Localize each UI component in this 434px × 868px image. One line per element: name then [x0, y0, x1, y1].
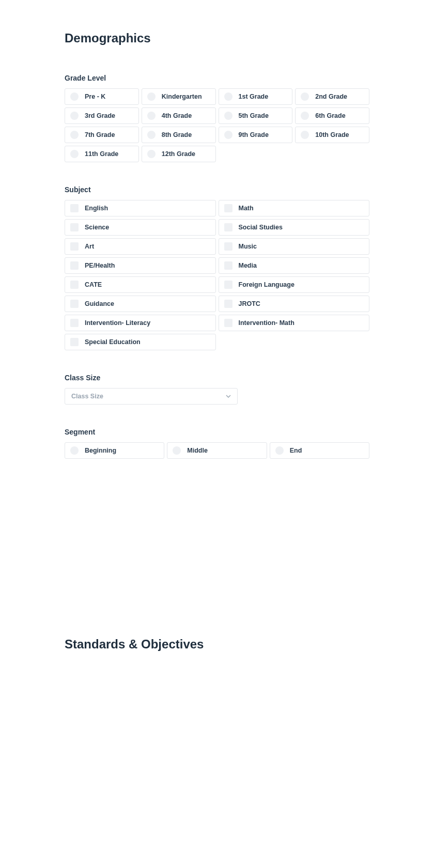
grade-option[interactable]: 8th Grade [142, 127, 216, 143]
radio-icon [70, 131, 79, 139]
radio-icon [224, 131, 233, 139]
segment-option[interactable]: End [270, 442, 369, 459]
segment-grid: BeginningMiddleEnd [65, 442, 369, 459]
checkbox-icon [224, 281, 233, 289]
grade-option[interactable]: 11th Grade [65, 146, 139, 162]
subject-option-label: Music [239, 243, 257, 250]
subject-option[interactable]: Science [65, 219, 216, 236]
radio-icon [70, 92, 79, 101]
radio-icon [70, 112, 79, 120]
radio-icon [147, 150, 156, 158]
grade-option-label: Kindergarten [162, 93, 202, 100]
checkbox-icon [70, 223, 79, 231]
segment-heading: Segment [65, 428, 369, 436]
grade-option-label: Pre - K [85, 93, 105, 100]
subject-option[interactable]: Intervention- Literacy [65, 315, 216, 331]
checkbox-icon [224, 223, 233, 231]
radio-icon [70, 150, 79, 158]
subject-option-label: English [85, 205, 108, 212]
grade-option-label: 5th Grade [239, 112, 269, 119]
radio-icon [301, 112, 309, 120]
checkbox-icon [224, 319, 233, 327]
segment-option[interactable]: Middle [167, 442, 267, 459]
subject-option[interactable]: CATE [65, 276, 216, 293]
radio-icon [224, 112, 233, 120]
checkbox-icon [70, 261, 79, 270]
grade-option[interactable]: 12th Grade [142, 146, 216, 162]
subject-option-label: Media [239, 262, 257, 269]
grade-option-label: 1st Grade [239, 93, 269, 100]
radio-icon [147, 92, 156, 101]
checkbox-icon [224, 204, 233, 212]
segment-option-label: End [290, 447, 302, 454]
radio-icon [301, 131, 309, 139]
grade-option[interactable]: 5th Grade [219, 107, 293, 124]
subject-grid: EnglishMathScienceSocial StudiesArtMusic… [65, 200, 369, 350]
class-size-section: Class Size Class Size [65, 374, 369, 405]
segment-section: Segment BeginningMiddleEnd [65, 428, 369, 459]
subject-option-label: Science [85, 224, 109, 231]
grade-option[interactable]: 4th Grade [142, 107, 216, 124]
grade-option-label: 2nd Grade [315, 93, 347, 100]
subject-option[interactable]: JROTC [219, 296, 370, 312]
grade-option-label: 10th Grade [315, 131, 349, 138]
subject-option[interactable]: Social Studies [219, 219, 370, 236]
checkbox-icon [70, 242, 79, 251]
grade-level-heading: Grade Level [65, 74, 369, 82]
checkbox-icon [70, 204, 79, 212]
subject-option[interactable]: Intervention- Math [219, 315, 370, 331]
page-title: Demographics [65, 31, 369, 45]
grade-option[interactable]: 2nd Grade [295, 88, 369, 105]
grade-option[interactable]: 1st Grade [219, 88, 293, 105]
radio-icon [301, 92, 309, 101]
grade-option-label: 8th Grade [162, 131, 192, 138]
subject-heading: Subject [65, 185, 369, 194]
next-section-title: Standards & Objectives [65, 637, 369, 652]
subject-option-label: Art [85, 243, 94, 250]
subject-option-label: Math [239, 205, 254, 212]
subject-option[interactable]: Media [219, 257, 370, 274]
radio-icon [70, 446, 79, 455]
grade-option[interactable]: 7th Grade [65, 127, 139, 143]
checkbox-icon [70, 338, 79, 346]
radio-icon [147, 131, 156, 139]
class-size-heading: Class Size [65, 374, 369, 382]
subject-section: Subject EnglishMathScienceSocial Studies… [65, 185, 369, 350]
grade-option[interactable]: 6th Grade [295, 107, 369, 124]
grade-option[interactable]: 3rd Grade [65, 107, 139, 124]
grade-option-label: 11th Grade [85, 150, 118, 158]
subject-option[interactable]: Guidance [65, 296, 216, 312]
grade-level-grid: Pre - KKindergarten1st Grade2nd Grade3rd… [65, 88, 369, 162]
class-size-select[interactable]: Class Size [65, 388, 238, 405]
subject-option[interactable]: Music [219, 238, 370, 255]
checkbox-icon [70, 281, 79, 289]
subject-option[interactable]: Special Education [65, 334, 216, 350]
grade-option[interactable]: 9th Grade [219, 127, 293, 143]
grade-option[interactable]: Kindergarten [142, 88, 216, 105]
grade-option[interactable]: Pre - K [65, 88, 139, 105]
subject-option[interactable]: Art [65, 238, 216, 255]
grade-option-label: 3rd Grade [85, 112, 115, 119]
subject-option-label: Social Studies [239, 224, 283, 231]
subject-option[interactable]: PE/Health [65, 257, 216, 274]
subject-option-label: PE/Health [85, 262, 115, 269]
grade-level-section: Grade Level Pre - KKindergarten1st Grade… [65, 74, 369, 162]
checkbox-icon [224, 261, 233, 270]
radio-icon [173, 446, 181, 455]
radio-icon [147, 112, 156, 120]
subject-option[interactable]: English [65, 200, 216, 216]
subject-option[interactable]: Math [219, 200, 370, 216]
grade-option-label: 9th Grade [239, 131, 269, 138]
subject-option-label: JROTC [239, 300, 260, 307]
subject-option-label: Guidance [85, 300, 114, 307]
subject-option-label: Intervention- Math [239, 319, 295, 327]
segment-option[interactable]: Beginning [65, 442, 164, 459]
checkbox-icon [224, 242, 233, 251]
subject-option[interactable]: Foreign Language [219, 276, 370, 293]
checkbox-icon [70, 319, 79, 327]
radio-icon [224, 92, 233, 101]
grade-option[interactable]: 10th Grade [295, 127, 369, 143]
grade-option-label: 7th Grade [85, 131, 115, 138]
grade-option-label: 12th Grade [162, 150, 195, 158]
subject-option-label: Intervention- Literacy [85, 319, 150, 327]
